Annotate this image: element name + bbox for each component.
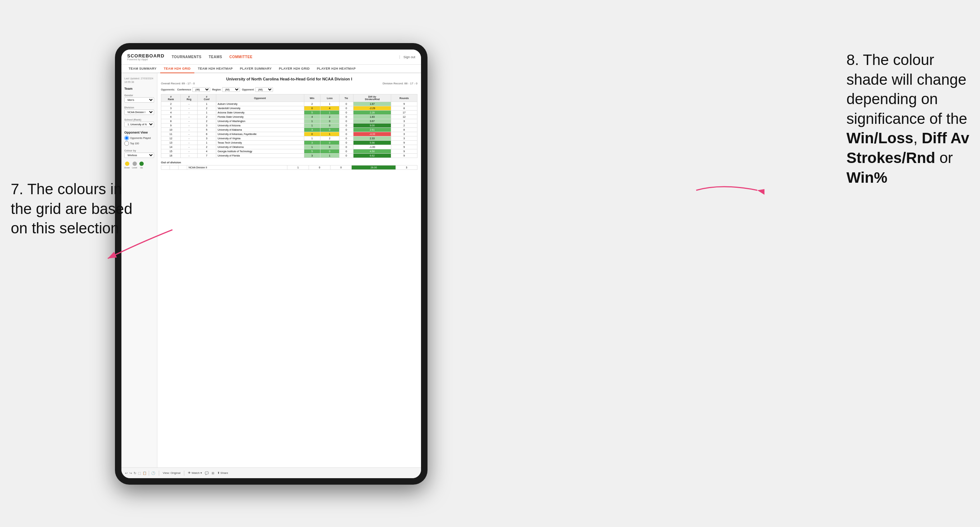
radio-top100[interactable]: Top 100 — [124, 141, 154, 146]
cell-opponent: University of Washington — [216, 119, 304, 124]
table-row: 13 - 1 Texas Tech University 3 0 0 5.56 … — [161, 141, 417, 145]
cell-rank: 3 — [161, 106, 181, 111]
cell-loss: 0 — [320, 149, 339, 154]
gender-label: Gender — [124, 94, 154, 97]
cell-diff: 3.67 — [353, 119, 391, 124]
team-label: Team — [124, 87, 154, 90]
share-btn[interactable]: ⬆ Share — [217, 471, 228, 475]
team-section: Team — [124, 87, 154, 90]
cell-tie: 0 — [339, 102, 353, 106]
division-section: Division NCAA Division I — [124, 106, 154, 115]
nav-tournaments[interactable]: TOURNAMENTS — [172, 55, 202, 59]
table-row: 15 - 4 Georgia Institute of Technology 5… — [161, 149, 417, 154]
radio-opponents-played[interactable]: Opponents Played — [124, 136, 154, 140]
cell-opponent: Auburn University — [216, 102, 304, 106]
bottom-toolbar: ↩ ↪ ↻ ⬚ 📋 🕐 View: Original 👁 Watch ▾ 💬 ⊞… — [121, 467, 421, 478]
cell-win: 5 — [304, 111, 320, 115]
cell-diff: -1.00 — [353, 145, 391, 149]
table-row: 2 - 1 Auburn University 2 1 0 1.67 9 — [161, 102, 417, 106]
opponent-select[interactable]: (All) — [255, 87, 273, 92]
cell-diff: 4.50 — [353, 149, 391, 154]
cell-opponent: University of Oklahoma — [216, 145, 304, 149]
table-row: 9 - 3 University of Arizona 1 0 0 9.00 2 — [161, 124, 417, 128]
grid-content: University of North Carolina Head-to-Hea… — [158, 73, 421, 467]
refresh-icon[interactable]: ↻ — [134, 471, 137, 475]
colour-by-select[interactable]: Win/loss — [124, 152, 154, 158]
redo-icon[interactable]: ↪ — [129, 471, 132, 475]
overall-record: Overall Record: 89 - 17 - 0 — [161, 82, 195, 85]
cell-opponent: University of Florida — [216, 154, 304, 158]
cell-rounds: 3 — [391, 132, 417, 137]
col-loss: Loss — [320, 94, 339, 102]
cell-reg: - — [181, 132, 197, 137]
logo-subtitle: Powered by clippd — [127, 58, 164, 61]
division-record: Division Record: 88 - 17 - 0 — [383, 82, 417, 85]
cell-rank: 11 — [161, 132, 181, 137]
cell-rank: 13 — [161, 141, 181, 145]
cell-opponent: Georgia Institute of Technology — [216, 149, 304, 154]
comment-icon[interactable]: 💬 — [205, 471, 209, 475]
cell-opponent: Arizona State University — [216, 111, 304, 115]
tab-team-h2h-grid[interactable]: TEAM H2H GRID — [160, 65, 194, 73]
ood-table-row: NCAA Division II 1 0 0 26.00 3 — [161, 165, 417, 170]
school-section: School (Rank) 1. University of Nort... — [124, 119, 154, 127]
view-original-btn[interactable]: View: Original — [163, 471, 180, 475]
cell-reg: - — [181, 154, 197, 158]
gender-select[interactable]: Men's — [124, 97, 154, 103]
tab-player-summary[interactable]: PLAYER SUMMARY — [236, 65, 275, 73]
sign-out-link[interactable]: Sign out — [399, 55, 415, 59]
cell-opponent: Florida State University — [216, 115, 304, 119]
cell-reg: - — [181, 106, 197, 111]
cell-rounds: 9 — [391, 149, 417, 154]
school-select[interactable]: 1. University of Nort... — [124, 122, 154, 127]
cell-rounds: 17 — [391, 111, 417, 115]
tab-team-summary[interactable]: TEAM SUMMARY — [125, 65, 160, 73]
cell-diff: 2.28 — [353, 111, 391, 115]
toolbar-icons: ↩ ↪ ↻ ⬚ 📋 🕐 — [125, 471, 155, 476]
cell-opponent: University of Virginia — [216, 137, 304, 141]
cell-rank: 2 — [161, 102, 181, 106]
cell-reg: - — [181, 124, 197, 128]
legend-up-dot — [139, 162, 144, 166]
watch-btn[interactable]: 👁 Watch ▾ — [188, 471, 202, 475]
cell-diff: 1.83 — [353, 115, 391, 119]
legend-down: Down — [124, 162, 130, 169]
filter-row: Opponents: Conference (All) Region (All) — [161, 87, 417, 92]
cell-rounds: 2 — [391, 124, 417, 128]
cell-rounds: 8 — [391, 106, 417, 111]
nav-teams[interactable]: TEAMS — [209, 55, 223, 59]
conference-select[interactable]: (All) — [192, 87, 210, 92]
undo-icon[interactable]: ↩ — [125, 471, 128, 475]
cell-win: 3 — [304, 128, 320, 132]
cell-win: 2 — [304, 102, 320, 106]
nav-committee[interactable]: COMMITTEE — [229, 55, 253, 59]
cell-reg: - — [181, 119, 197, 124]
tab-player-h2h-heatmap[interactable]: PLAYER H2H HEATMAP — [313, 65, 359, 73]
region-label: Region — [212, 88, 221, 91]
paste-icon[interactable]: 📋 — [143, 471, 146, 475]
sidebar: Last Updated: 27/03/2024 16:55:38 Team G… — [121, 73, 158, 467]
share-icon: ⬆ — [217, 471, 220, 475]
gender-section: Gender Men's — [124, 94, 154, 103]
tab-player-h2h-grid[interactable]: PLAYER H2H GRID — [275, 65, 313, 73]
cell-loss: 1 — [320, 132, 339, 137]
region-select[interactable]: (All) — [222, 87, 240, 92]
cell-conf: 2 — [197, 119, 216, 124]
cell-reg: - — [181, 111, 197, 115]
cell-ood-opponent: NCAA Division II — [187, 165, 287, 170]
cell-ood-rounds: 3 — [396, 165, 417, 170]
tab-team-h2h-heatmap[interactable]: TEAM H2H HEATMAP — [194, 65, 236, 73]
copy-icon[interactable]: ⬚ — [138, 471, 141, 475]
clock-icon[interactable]: 🕐 — [151, 471, 155, 475]
cell-ood-rank — [161, 165, 170, 170]
grid-icon[interactable]: ⊞ — [212, 471, 215, 475]
right-arrow-svg — [693, 172, 764, 208]
toolbar-divider-3 — [184, 471, 184, 476]
cell-opponent: University of Alabama — [216, 128, 304, 132]
table-row: 3 - 2 Vanderbilt University 0 4 0 -2.29 … — [161, 106, 417, 111]
cell-loss: 1 — [320, 154, 339, 158]
division-select[interactable]: NCAA Division I — [124, 110, 154, 115]
cell-tie: 0 — [339, 124, 353, 128]
col-conf: #Conf — [197, 94, 216, 102]
cell-diff: -4.33 — [353, 132, 391, 137]
